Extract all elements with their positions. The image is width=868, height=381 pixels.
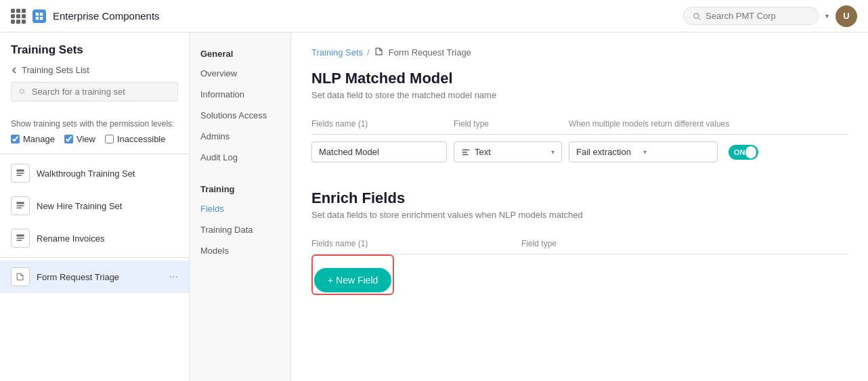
breadcrumb: Training Sets / Form Request Triage [311,46,848,59]
nav-solutions-access[interactable]: Solutions Access [190,105,290,126]
nav-gap [190,168,290,179]
permission-section: Show training sets with the permission l… [0,112,189,151]
rename-invoices-icon [11,229,30,248]
middle-nav: General Overview Information Solutions A… [190,32,291,381]
topbar-search-input[interactable] [706,11,800,21]
sidebar-list: Walkthrough Training Set New Hire Traini… [0,157,189,381]
new-field-button[interactable]: + New Field [314,268,391,292]
nav-overview[interactable]: Overview [190,63,290,84]
topbar-search-icon [692,12,701,21]
sidebar-divider-1 [0,154,189,154]
nlp-table-row: Text ▾ Fail extraction ▾ ON [311,135,848,169]
col-multiple-header: When multiple models return different va… [569,119,848,129]
nav-training-data[interactable]: Training Data [190,219,290,240]
sidebar-item-form-request[interactable]: Form Request Triage ··· [0,261,189,293]
sidebar-item-new-hire-label: New Hire Training Set [37,201,178,211]
col-type-header: Field type [454,119,562,129]
svg-rect-8 [16,238,24,239]
svg-point-0 [20,89,24,93]
layout: Training Sets Training Sets List Show tr… [0,32,868,381]
enrich-col-type-header: Field type [521,239,848,248]
nav-general-title: General [190,43,290,63]
nav-admins[interactable]: Admins [190,126,290,147]
back-arrow-icon [11,67,18,74]
inaccessible-check[interactable]: Inaccessible [105,134,166,144]
matched-model-input[interactable] [311,141,447,162]
extraction-label: Fail extraction [576,147,643,157]
topbar-left: Enterprise Components [11,9,200,24]
nav-information[interactable]: Information [190,84,290,105]
walkthrough-icon [11,164,30,183]
enrich-section-title: Enrich Fields [311,189,848,207]
nlp-table-header: Fields name (1) Field type When multiple… [311,114,848,135]
view-check[interactable]: View [64,134,95,144]
app-logo-icon [32,9,46,23]
field-type-select[interactable]: Text ▾ [454,141,562,162]
type-select-arrow-icon: ▾ [551,148,555,156]
svg-rect-1 [16,169,24,171]
avatar: U [836,5,857,27]
nav-fields[interactable]: Fields [190,198,290,219]
sidebar-search[interactable] [11,82,178,102]
sidebar-item-rename-invoices-label: Rename Invoices [37,233,178,244]
nav-audit-log[interactable]: Audit Log [190,147,290,168]
sidebar: Training Sets Training Sets List Show tr… [0,32,190,381]
sidebar-search-icon [18,87,26,96]
sidebar-title: Training Sets [11,43,178,57]
svg-rect-2 [16,173,24,174]
sidebar-item-rename-invoices[interactable]: Rename Invoices [0,222,189,254]
breadcrumb-root[interactable]: Training Sets [311,47,363,58]
toggle-on-label: ON [731,148,745,156]
more-options-icon[interactable]: ··· [169,271,178,283]
sidebar-item-walkthrough-label: Walkthrough Training Set [37,169,178,179]
topbar-search[interactable] [683,7,819,25]
enrich-table-header: Fields name (1) Field type [311,233,848,254]
svg-rect-6 [16,207,22,208]
sidebar-divider-2 [0,257,189,258]
svg-rect-9 [16,240,22,241]
col-field-header: Fields name (1) [311,119,447,129]
new-hire-icon [11,196,30,215]
grid-icon[interactable] [11,9,26,24]
text-type-icon [461,148,471,157]
main-content: Training Sets / Form Request Triage NLP … [291,32,868,381]
toggle-thumb [745,146,757,158]
field-type-label: Text [475,147,491,157]
extraction-select[interactable]: Fail extraction ▾ [569,141,718,162]
sidebar-item-new-hire[interactable]: New Hire Training Set [0,189,189,222]
topbar: Enterprise Components ▾ U [0,0,868,32]
nlp-section-title: NLP Matched Model [311,70,848,87]
nav-training-title: Training [190,179,290,198]
manage-check[interactable]: Manage [11,134,55,144]
svg-rect-5 [16,205,24,206]
new-field-highlight: + New Field [311,254,394,295]
matched-model-field [311,141,447,162]
topbar-chevron-icon[interactable]: ▾ [825,12,829,20]
extraction-row: Fail extraction ▾ ON [569,141,848,162]
permission-label: Show training sets with the permission l… [11,119,178,129]
enrich-col-field-header: Fields name (1) [311,239,515,248]
topbar-right: ▾ U [683,5,857,27]
nlp-section-desc: Set data field to store the matched mode… [311,90,848,100]
sidebar-item-walkthrough[interactable]: Walkthrough Training Set [0,157,189,189]
breadcrumb-icon [374,46,385,59]
section-gap [311,169,848,189]
app-title: Enterprise Components [53,10,160,22]
extraction-arrow-icon: ▾ [643,148,710,156]
enrich-section-desc: Set data fields to store enrichment valu… [311,210,848,220]
permission-checks: Manage View Inaccessible [11,134,178,144]
toggle-track[interactable]: ON [729,145,758,160]
form-request-icon [11,267,30,286]
sidebar-header: Training Sets Training Sets List [0,32,189,112]
svg-rect-7 [16,234,24,236]
sidebar-back-button[interactable]: Training Sets List [11,65,178,75]
sidebar-item-form-request-label: Form Request Triage [37,272,162,282]
sidebar-back-label: Training Sets List [22,65,89,75]
sidebar-search-input[interactable] [32,87,171,97]
nav-models[interactable]: Models [190,240,290,261]
svg-rect-3 [16,175,22,176]
breadcrumb-current: Form Request Triage [389,47,471,58]
toggle-switch[interactable]: ON [729,145,758,160]
svg-rect-4 [16,202,24,204]
